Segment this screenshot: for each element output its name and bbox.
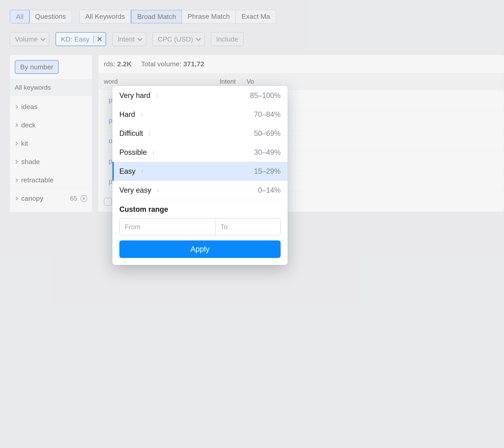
column-intent[interactable]: Intent (214, 78, 242, 85)
chevron-right-icon (14, 196, 18, 201)
kd-option-possible[interactable]: Possiblei30–49% (112, 143, 288, 162)
kd-option-range: 0–14% (258, 186, 281, 194)
custom-range-to-input[interactable] (216, 219, 281, 235)
apply-button[interactable]: Apply (119, 241, 281, 258)
tab-group-match: All KeywordsBroad MatchPhrase MatchExact… (79, 10, 276, 24)
tab-match-all-keywords[interactable]: All Keywords (80, 10, 131, 23)
filter-kd-active[interactable]: KD: Easy ✕ (55, 32, 106, 46)
kd-option-label: Possible (119, 148, 147, 156)
chevron-down-icon (196, 36, 201, 41)
chevron-right-icon (14, 141, 18, 145)
tab-scope-questions[interactable]: Questions (29, 10, 72, 23)
filter-bar: Volume KD: Easy ✕ Intent CPC (USD) Inclu… (10, 32, 504, 46)
tab-by-number[interactable]: By number (15, 60, 59, 74)
filter-cpc-label: CPC (USD) (158, 35, 193, 43)
chevron-right-icon (14, 123, 18, 127)
custom-range-from-input[interactable] (120, 219, 216, 235)
kd-option-very-easy[interactable]: Very easyi0–14% (112, 181, 288, 200)
kd-option-difficult[interactable]: Difficulti50–69% (112, 124, 288, 143)
kd-option-very-hard[interactable]: Very hardi85–100% (112, 86, 288, 105)
kd-option-hard[interactable]: Hardi70–84% (112, 105, 288, 124)
tab-match-broad-match[interactable]: Broad Match (131, 10, 182, 24)
stats-keywords-value: 2.2K (117, 60, 132, 68)
kd-option-label: Very easy (119, 186, 151, 194)
kd-option-range: 15–29% (254, 167, 281, 175)
kd-option-label: Easy (119, 167, 135, 175)
chevron-right-icon (14, 160, 18, 164)
kd-option-easy[interactable]: Easyi15–29% (112, 162, 288, 181)
eye-icon[interactable] (80, 195, 87, 202)
keyword-group-item[interactable]: ideas (10, 98, 92, 116)
tab-match-exact-ma[interactable]: Exact Ma (236, 10, 276, 23)
kd-option-range: 70–84% (254, 110, 281, 119)
table-stats: rds: 2.2K Total volume: 371,72 (98, 55, 504, 73)
filter-volume[interactable]: Volume (10, 32, 49, 46)
kd-option-range: 50–69% (254, 129, 281, 138)
filter-intent-label: Intent (118, 35, 135, 43)
custom-range-heading: Custom range (119, 205, 281, 214)
keyword-group-list: ideasdeckkitshaderetractablecanopy65 (10, 96, 92, 209)
keyword-group-item[interactable]: deck (10, 116, 92, 134)
kd-option-range: 85–100% (250, 91, 281, 100)
keyword-group-item[interactable]: canopy65 (10, 189, 92, 207)
chevron-right-icon (14, 178, 18, 182)
keyword-group-count: 65 (70, 195, 87, 202)
column-volume[interactable]: Vo (247, 78, 498, 85)
info-icon[interactable]: i (139, 168, 145, 174)
chevron-down-icon (137, 36, 142, 41)
chevron-down-icon (40, 36, 46, 41)
tab-group-scope: AllQuestions (10, 10, 72, 24)
info-icon[interactable]: i (154, 92, 160, 99)
tab-match-phrase-match[interactable]: Phrase Match (182, 10, 236, 23)
kd-option-range: 30–49% (254, 148, 281, 156)
close-icon[interactable]: ✕ (93, 35, 106, 43)
keyword-group-label: shade (21, 158, 40, 166)
keyword-group-item[interactable]: retractable (10, 171, 92, 189)
filter-include[interactable]: Include (211, 32, 244, 46)
stats-volume-label: Total volume: (141, 60, 181, 68)
info-icon[interactable]: i (150, 149, 156, 155)
kd-option-label: Hard (119, 110, 135, 119)
row-checkbox[interactable] (104, 198, 112, 206)
filter-kd-label: KD: Easy (61, 35, 93, 43)
info-icon[interactable]: i (139, 111, 145, 118)
stats-keywords-label: rds: (104, 60, 115, 68)
filter-intent[interactable]: Intent (112, 32, 146, 46)
info-icon[interactable]: i (146, 130, 153, 137)
keyword-group-label: retractable (21, 176, 54, 184)
keyword-group-label: ideas (21, 103, 37, 111)
keyword-group-item[interactable]: shade (10, 153, 92, 171)
stats-volume-value: 371,72 (183, 60, 204, 68)
custom-range-inputs (119, 218, 281, 236)
kd-option-label: Very hard (119, 91, 150, 100)
column-keyword[interactable]: word (104, 78, 209, 85)
all-keywords-header: All keywords (10, 79, 92, 96)
info-icon[interactable]: i (155, 187, 161, 193)
keyword-group-label: deck (21, 121, 36, 129)
kd-option-label: Difficult (119, 129, 143, 138)
keyword-group-item[interactable]: kit (10, 134, 92, 153)
keyword-group-label: kit (21, 139, 28, 147)
keyword-mode-tabs: AllQuestions All KeywordsBroad MatchPhra… (10, 10, 504, 24)
kd-filter-dropdown: Very hardi85–100%Hardi70–84%Difficulti50… (112, 86, 288, 265)
filter-volume-label: Volume (15, 35, 38, 43)
chevron-right-icon (14, 105, 18, 109)
filter-cpc[interactable]: CPC (USD) (152, 32, 205, 46)
keyword-group-label: canopy (21, 194, 43, 202)
filter-include-label: Include (216, 35, 238, 43)
tab-scope-all[interactable]: All (10, 10, 30, 24)
keyword-groups-panel: By number All keywords ideasdeckkitshade… (10, 55, 92, 212)
